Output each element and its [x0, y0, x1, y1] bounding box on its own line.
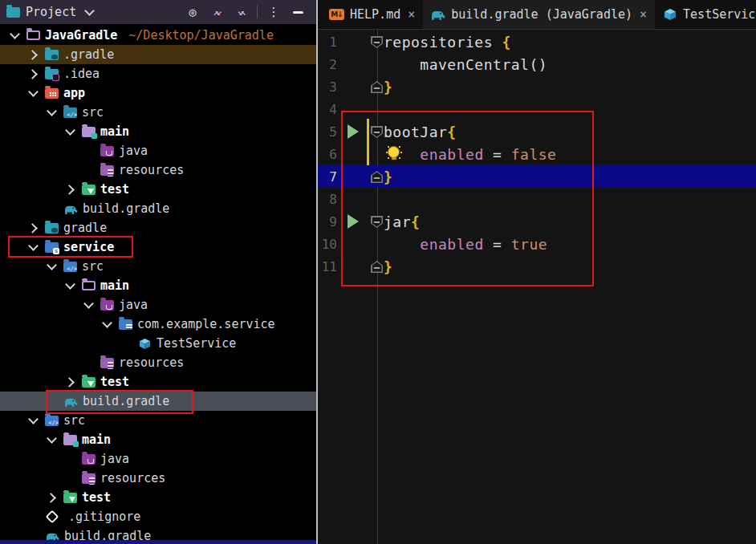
- tree-item-service-build-gradle[interactable]: build.gradle: [0, 392, 316, 411]
- gradle-folder-icon: [45, 50, 59, 60]
- chevron-right-icon[interactable]: [26, 218, 45, 237]
- tree-item-app-java[interactable]: java: [0, 141, 316, 160]
- code-line-5[interactable]: 5bootJar{: [318, 120, 756, 143]
- tree-item-app-test[interactable]: test: [0, 180, 316, 199]
- tab-help-md[interactable]: M↓ HELP.md ×: [321, 0, 423, 29]
- chevron-down-icon[interactable]: [26, 83, 45, 103]
- chevron-slot: [82, 160, 100, 180]
- chevron-down-icon[interactable]: [100, 315, 119, 334]
- chevron-slot: [119, 334, 137, 353]
- tree-item-service-java[interactable]: java: [0, 295, 316, 315]
- code-line-6[interactable]: 6 enabled = false: [318, 143, 756, 165]
- close-icon[interactable]: ×: [640, 7, 647, 22]
- fold-start-icon[interactable]: [371, 126, 383, 138]
- fold-end-icon[interactable]: [371, 81, 383, 93]
- gradle-file-icon: [63, 203, 78, 215]
- chevron-right-icon[interactable]: [45, 488, 63, 507]
- tree-item-service[interactable]: service: [0, 237, 316, 257]
- close-icon[interactable]: ×: [408, 7, 415, 22]
- code-line-11[interactable]: 11}: [318, 255, 756, 278]
- chevron-right-icon[interactable]: [26, 64, 45, 83]
- toolbar-divider: [257, 6, 258, 18]
- tree-item-dot-idea[interactable]: .idea: [0, 64, 316, 83]
- tree-item-gradle[interactable]: gradle: [0, 218, 316, 237]
- code-line-2[interactable]: 2 mavenCentral(): [318, 53, 756, 75]
- editor-content[interactable]: 1repositories { 2 mavenCentral() 3} 4 5b…: [318, 30, 756, 544]
- locate-file-icon[interactable]: ◎: [181, 5, 205, 19]
- project-folder-icon: [26, 30, 40, 40]
- minimize-icon[interactable]: [286, 11, 310, 14]
- test-folder-icon: [82, 185, 96, 195]
- markdown-icon: M↓: [329, 9, 344, 20]
- chevron-down-icon[interactable]: [63, 122, 82, 141]
- code-line-3[interactable]: 3}: [318, 75, 756, 98]
- tree-item-service-src[interactable]: src: [0, 257, 316, 276]
- main-folder-icon: [63, 435, 77, 445]
- run-gutter-icon[interactable]: [348, 214, 359, 229]
- chevron-down-icon[interactable]: [8, 26, 26, 45]
- fold-start-icon[interactable]: [371, 36, 383, 48]
- tree-item-root-main[interactable]: main: [0, 430, 316, 449]
- gradle-file-icon: [431, 8, 445, 21]
- java-folder-icon: [82, 454, 96, 465]
- tree-item-service-main[interactable]: main: [0, 276, 316, 295]
- chevron-down-icon[interactable]: [26, 237, 45, 257]
- tree-item-testservice[interactable]: TestService: [0, 334, 316, 353]
- project-panel-header: Project ◎ ↗↙ ↘↖ ⋮: [0, 0, 316, 24]
- chevron-right-icon[interactable]: [63, 180, 82, 199]
- code-line-7-current[interactable]: 7}: [318, 165, 756, 188]
- main-folder-icon: [82, 127, 96, 137]
- code-line-4[interactable]: 4: [318, 98, 756, 120]
- chevron-down-icon[interactable]: [45, 430, 63, 449]
- intention-bulb-icon[interactable]: [388, 147, 399, 157]
- chevron-slot: [82, 353, 100, 372]
- expand-all-icon[interactable]: ↗↙: [205, 7, 229, 18]
- tree-item-app-main[interactable]: main: [0, 122, 316, 141]
- chevron-right-icon[interactable]: [26, 45, 45, 64]
- project-panel: Project ◎ ↗↙ ↘↖ ⋮ JavaGradle~/Desktop/Ja…: [0, 0, 316, 544]
- fold-end-icon[interactable]: [371, 171, 383, 183]
- tree-item-service-test[interactable]: test: [0, 372, 316, 392]
- chevron-down-icon[interactable]: [82, 295, 100, 315]
- tab-testservice[interactable]: TestService.j: [655, 0, 756, 29]
- chevron-down-icon[interactable]: [83, 2, 96, 22]
- tree-item-package-com-example-service[interactable]: com.example.service: [0, 315, 316, 334]
- tree-item-service-resources[interactable]: resources: [0, 353, 316, 372]
- gitignore-icon: [46, 510, 59, 524]
- tree-item-gitignore[interactable]: .gitignore: [0, 507, 316, 526]
- tree-item-app[interactable]: app: [0, 83, 316, 103]
- resources-folder-icon: [82, 473, 96, 484]
- chevron-slot: [63, 449, 82, 469]
- tree-item-app-src[interactable]: src: [0, 103, 316, 122]
- tree-item-app-resources[interactable]: resources: [0, 160, 316, 180]
- code-line-1[interactable]: 1repositories {: [318, 30, 756, 53]
- class-icon: [137, 338, 152, 350]
- tree-item-app-build-gradle[interactable]: build.gradle: [0, 199, 316, 218]
- tree-item-dot-gradle[interactable]: .gradle: [0, 45, 316, 64]
- sources-folder-icon: [63, 262, 77, 272]
- tree-item-root-src[interactable]: src: [0, 411, 316, 430]
- tree-item-javagradle[interactable]: JavaGradle~/Desktop/JavaGradle: [0, 26, 316, 45]
- collapse-all-icon[interactable]: ↘↖: [229, 7, 253, 18]
- idea-folder-icon: [45, 69, 59, 79]
- test-folder-icon: [82, 377, 96, 388]
- tab-build-gradle[interactable]: build.gradle (JavaGradle) ×: [423, 0, 655, 29]
- tree-item-root-java[interactable]: java: [0, 449, 316, 469]
- more-options-icon[interactable]: ⋮: [262, 5, 286, 19]
- fold-end-icon[interactable]: [371, 261, 383, 273]
- fold-start-icon[interactable]: [371, 216, 383, 228]
- code-line-8[interactable]: 8: [318, 188, 756, 210]
- code-line-9[interactable]: 9jar{: [318, 210, 756, 233]
- chevron-down-icon[interactable]: [63, 276, 82, 295]
- code-line-10[interactable]: 10 enabled = true: [318, 233, 756, 255]
- run-gutter-icon[interactable]: [348, 124, 359, 139]
- chevron-down-icon[interactable]: [45, 257, 63, 276]
- chevron-down-icon[interactable]: [26, 411, 45, 430]
- tree-item-root-test[interactable]: test: [0, 488, 316, 507]
- chevron-right-icon[interactable]: [63, 372, 82, 392]
- project-tool-window-title[interactable]: Project: [26, 5, 76, 19]
- chevron-down-icon[interactable]: [45, 103, 63, 122]
- tree-item-root-resources[interactable]: resources: [0, 469, 316, 488]
- test-folder-icon: [63, 493, 77, 503]
- resources-folder-icon: [100, 165, 114, 176]
